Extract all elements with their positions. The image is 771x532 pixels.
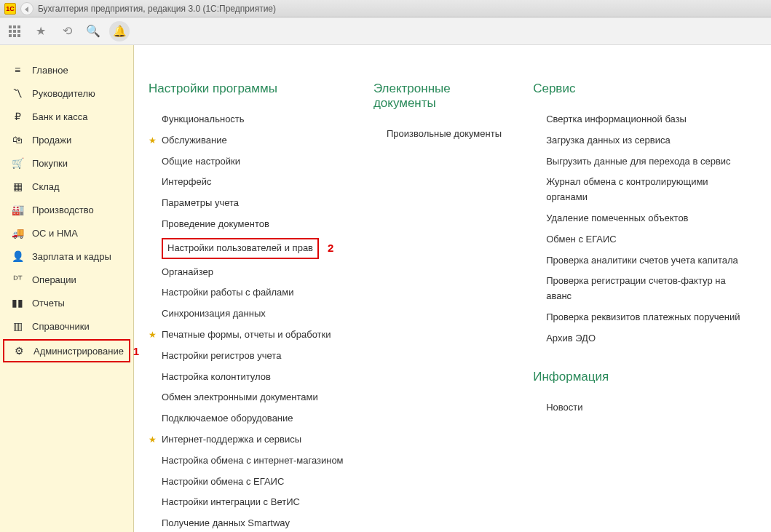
- link-label: Настройки обмена с ЕГАИС: [162, 475, 284, 490]
- link-item[interactable]: ★Интернет-поддержка и сервисы: [149, 429, 344, 450]
- link-item[interactable]: Настройка обмена с интернет-магазином: [149, 450, 344, 472]
- favorite-icon[interactable]: ★: [31, 21, 51, 41]
- link-item[interactable]: Настройки работы с файлами: [149, 282, 344, 303]
- link-item[interactable]: Удаление помеченных объектов: [533, 208, 742, 229]
- back-button[interactable]: [20, 2, 33, 15]
- link-item[interactable]: Настройки пользователей и прав2: [149, 235, 344, 262]
- link-item[interactable]: Журнал обмена с контролирующими органами: [533, 172, 742, 208]
- link-label: Общие настройки: [162, 154, 240, 170]
- sidebar-item-12[interactable]: ⚙Администрирование1: [3, 339, 130, 362]
- link-item[interactable]: Выгрузить данные для перехода в сервис: [533, 151, 742, 172]
- chart-icon: ▮▮: [10, 297, 25, 309]
- link-label: Проверка аналитики счетов учета капитала: [546, 253, 738, 269]
- history-icon[interactable]: ⟲: [57, 21, 77, 41]
- link-label: Обслуживание: [162, 133, 227, 148]
- sidebar-item-label: Покупки: [32, 158, 68, 169]
- sidebar-item-6[interactable]: 🏭Производство: [0, 198, 133, 221]
- sidebar-item-9[interactable]: ᴰᵀОперации: [0, 268, 133, 291]
- link-item[interactable]: Настройка колонтитулов: [149, 367, 344, 388]
- sidebar-item-0[interactable]: ≡Главное: [0, 58, 133, 82]
- link-label: Новости: [546, 400, 582, 416]
- link-item[interactable]: Обмен с ЕГАИС: [533, 229, 742, 250]
- sidebar: ≡Главное〽Руководителю₽Банк и касса🛍Прода…: [0, 45, 134, 532]
- link-item[interactable]: Синхронизация данных: [149, 303, 344, 325]
- link-item[interactable]: Загрузка данных из сервиса: [533, 130, 742, 151]
- link-item[interactable]: Проверка реквизитов платежных поручений: [533, 307, 742, 328]
- apps-icon[interactable]: [4, 21, 25, 41]
- link-label: Произвольные документы: [387, 127, 502, 142]
- sidebar-item-label: Зарплата и кадры: [32, 251, 111, 262]
- link-item[interactable]: ★Печатные формы, отчеты и обработки: [149, 325, 344, 346]
- star-icon: ★: [149, 134, 157, 148]
- column-0: Настройки программыФункциональность★Обсл…: [149, 82, 344, 532]
- link-item[interactable]: Параметры учета: [149, 193, 344, 214]
- link-item[interactable]: Настройки обмена с ЕГАИС: [149, 472, 344, 493]
- link-item[interactable]: Свертка информационной базы: [533, 109, 742, 130]
- link-item[interactable]: Настройки регистров учета: [149, 346, 344, 367]
- link-label: Интернет-поддержка и сервисы: [162, 432, 301, 448]
- search-icon[interactable]: 🔍: [83, 21, 103, 41]
- link-item[interactable]: Новости: [533, 397, 742, 418]
- sidebar-item-label: Банк и касса: [32, 111, 88, 122]
- link-item[interactable]: ★Обслуживание: [149, 130, 344, 151]
- link-item[interactable]: Проверка регистрации счетов-фактур на ав…: [533, 271, 742, 307]
- link-item[interactable]: Обмен электронными документами: [149, 387, 344, 408]
- link-item[interactable]: Общие настройки: [149, 151, 344, 172]
- toolbar: ★ ⟲ 🔍 🔔: [0, 17, 771, 45]
- link-item[interactable]: Органайзер: [149, 262, 344, 283]
- link-label: Архив ЭДО: [546, 331, 596, 346]
- link-item[interactable]: Настройки интеграции с ВетИС: [149, 492, 344, 513]
- section: ИнформацияНовости: [533, 370, 742, 418]
- link-item[interactable]: Функциональность: [149, 109, 344, 130]
- bell-icon[interactable]: 🔔: [109, 21, 130, 41]
- link-label: Выгрузить данные для перехода в сервис: [546, 154, 730, 170]
- annotation-2: 2: [328, 239, 333, 257]
- link-item[interactable]: Проведение документов: [149, 214, 344, 235]
- section: Электронные документыПроизвольные докуме…: [373, 82, 504, 145]
- star-icon: ★: [149, 433, 157, 447]
- link-label: Настройки работы с файлами: [162, 285, 293, 301]
- link-label: Загрузка данных из сервиса: [546, 133, 671, 148]
- link-item[interactable]: Получение данных Smartway: [149, 513, 344, 532]
- link-item[interactable]: Подключаемое оборудование: [149, 408, 344, 429]
- link-item[interactable]: Произвольные документы: [373, 124, 504, 145]
- link-item[interactable]: Архив ЭДО: [533, 328, 742, 349]
- column-2: СервисСвертка информационной базыЗагрузк…: [533, 82, 742, 438]
- link-label: Настройка обмена с интернет-магазином: [162, 453, 344, 469]
- sidebar-item-label: Главное: [32, 65, 68, 76]
- menu-icon: ≡: [10, 64, 25, 76]
- sidebar-item-label: Производство: [32, 205, 94, 215]
- link-item[interactable]: Проверка аналитики счетов учета капитала: [533, 250, 742, 271]
- sidebar-item-7[interactable]: 🚚ОС и НМА: [0, 221, 133, 245]
- sidebar-item-1[interactable]: 〽Руководителю: [0, 82, 133, 105]
- link-label: Обмен с ЕГАИС: [546, 232, 617, 247]
- sidebar-item-label: Продажи: [32, 135, 71, 146]
- link-label: Печатные формы, отчеты и обработки: [162, 327, 331, 343]
- link-label: Обмен электронными документами: [162, 390, 318, 405]
- sidebar-item-4[interactable]: 🛒Покупки: [0, 151, 133, 175]
- link-label: Интерфейс: [162, 175, 211, 190]
- section-title: Сервис: [533, 82, 742, 96]
- sidebar-item-10[interactable]: ▮▮Отчеты: [0, 291, 133, 314]
- person-icon: 👤: [10, 250, 25, 262]
- sidebar-item-11[interactable]: ▥Справочники: [0, 314, 133, 338]
- link-label: Подключаемое оборудование: [162, 411, 293, 426]
- star-icon: ★: [149, 328, 157, 342]
- sidebar-item-3[interactable]: 🛍Продажи: [0, 128, 133, 151]
- link-label: Проверка реквизитов платежных поручений: [546, 310, 740, 325]
- link-label: Органайзер: [162, 265, 213, 280]
- app-logo-icon: 1C: [4, 3, 16, 15]
- link-label: Функциональность: [162, 112, 245, 127]
- truck-icon: 🚚: [10, 227, 25, 239]
- trend-icon: 〽: [10, 87, 25, 99]
- sidebar-item-8[interactable]: 👤Зарплата и кадры: [0, 245, 133, 268]
- warehouse-icon: ▦: [10, 180, 25, 192]
- link-label: Удаление помеченных объектов: [546, 211, 688, 226]
- sidebar-item-label: Справочники: [32, 321, 90, 332]
- sidebar-item-5[interactable]: ▦Склад: [0, 175, 133, 198]
- sidebar-item-label: Руководителю: [32, 88, 95, 99]
- sidebar-item-label: Администрирование: [33, 346, 124, 357]
- link-item[interactable]: Интерфейс: [149, 172, 344, 193]
- link-label: Проведение документов: [162, 217, 269, 232]
- sidebar-item-2[interactable]: ₽Банк и касса: [0, 105, 133, 128]
